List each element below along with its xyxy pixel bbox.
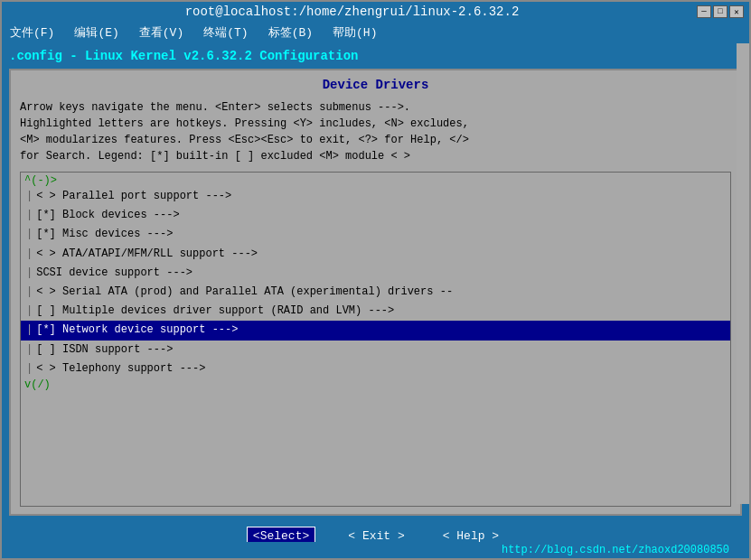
scroll-top: ^(-)> [21, 174, 730, 187]
menu-terminal[interactable]: 终端(T) [201, 23, 250, 42]
title-bar-buttons: — □ ✕ [697, 5, 744, 18]
menu-edit[interactable]: 编辑(E) [71, 23, 121, 42]
dialog-help-text: Arrow keys navigate the menu. <Enter> se… [20, 99, 731, 164]
main-window: root@localhost:/home/zhengrui/linux-2.6.… [0, 0, 751, 560]
scroll-bottom: v(/) [21, 378, 730, 391]
menu-list-item[interactable]: | < > Parallel port support ---> [21, 187, 730, 206]
help-line-3: <M> modularizes features. Press <Esc><Es… [20, 132, 731, 148]
menu-tab[interactable]: 标签(B) [266, 23, 315, 42]
terminal-scrollbar[interactable] [737, 43, 749, 504]
menu-list-item[interactable]: | [ ] ISDN support ---> [21, 341, 730, 359]
menu-bar: 文件(F) 编辑(E) 查看(V) 终端(T) 标签(B) 帮助(H) [2, 22, 749, 43]
title-bar: root@localhost:/home/zhengrui/linux-2.6.… [2, 2, 749, 22]
kernel-config-dialog: Device Drivers Arrow keys navigate the m… [9, 69, 742, 516]
close-button[interactable]: ✕ [729, 5, 744, 18]
terminal-area: .config - Linux Kernel v2.6.32.2 Configu… [2, 43, 749, 558]
footer-url: http://blog.csdn.net/zhaoxd20080850 [2, 542, 737, 558]
menu-list-item[interactable]: | < > Serial ATA (prod) and Parallel ATA… [21, 283, 730, 302]
menu-list-item[interactable]: | < > Telephony support ---> [21, 359, 730, 378]
minimize-button[interactable]: — [697, 5, 711, 18]
menu-list-item[interactable]: | [*] Block devices ---> [21, 206, 730, 225]
window-title: root@localhost:/home/zhengrui/linux-2.6.… [7, 5, 697, 19]
menu-list-item[interactable]: | SCSI device support ---> [21, 264, 730, 283]
menu-list-item[interactable]: | [ ] Multiple devices driver support (R… [21, 302, 730, 321]
menu-list-item[interactable]: | [*] Network device support ---> [21, 321, 730, 340]
help-line-2: Highlighted letters are hotkeys. Pressin… [20, 116, 731, 132]
config-header: .config - Linux Kernel v2.6.32.2 Configu… [9, 49, 742, 63]
help-line-1: Arrow keys navigate the menu. <Enter> se… [20, 99, 731, 116]
menu-list-item[interactable]: | [*] Misc devices ---> [21, 225, 730, 244]
dialog-title: Device Drivers [20, 78, 731, 92]
menu-help[interactable]: 帮助(H) [330, 23, 380, 42]
menu-list-item[interactable]: | < > ATA/ATAPI/MFM/RLL support ---> [21, 245, 730, 264]
menu-list: | < > Parallel port support --->| [*] Bl… [21, 187, 730, 378]
maximize-button[interactable]: □ [713, 5, 728, 18]
help-line-4: for Search. Legend: [*] built-in [ ] exc… [20, 148, 731, 164]
menu-file[interactable]: 文件(F) [7, 23, 57, 42]
menu-list-container: ^(-)> | < > Parallel port support --->| … [20, 172, 731, 507]
menu-view[interactable]: 查看(V) [136, 23, 186, 42]
